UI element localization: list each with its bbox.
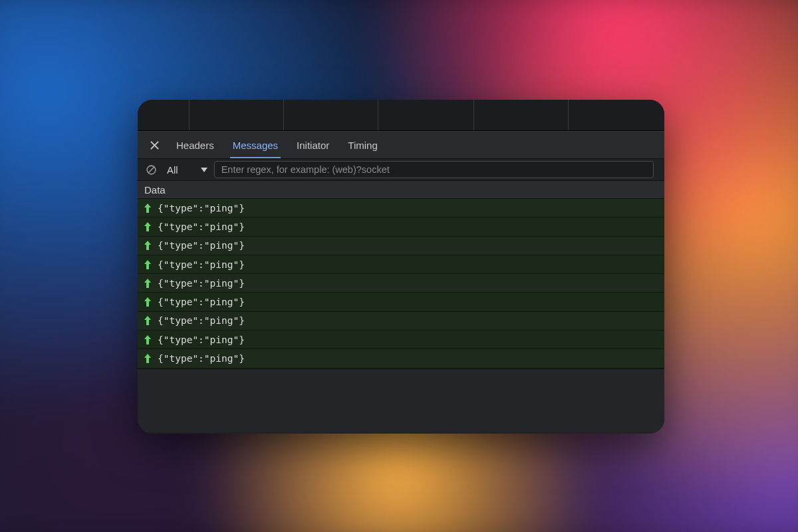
column-header-data: Data — [144, 184, 166, 196]
svg-line-3 — [148, 166, 154, 172]
column-cell[interactable] — [378, 100, 474, 130]
column-cell[interactable] — [284, 100, 378, 130]
message-row[interactable]: {"type":"ping"} — [138, 274, 664, 293]
close-icon[interactable] — [146, 136, 163, 154]
tab-label: Messages — [233, 140, 278, 151]
arrow-up-icon — [143, 354, 152, 363]
message-payload: {"type":"ping"} — [158, 315, 245, 326]
message-type-select[interactable]: All — [164, 164, 207, 176]
message-row[interactable]: {"type":"ping"} — [138, 217, 664, 236]
message-row[interactable]: {"type":"ping"} — [138, 312, 664, 331]
tab-headers[interactable]: Headers — [167, 132, 223, 158]
message-payload: {"type":"ping"} — [158, 240, 245, 251]
tab-label: Timing — [348, 140, 377, 151]
select-value: All — [167, 164, 178, 176]
message-payload: {"type":"ping"} — [158, 297, 245, 307]
messages-filter-bar: All — [138, 158, 664, 181]
message-payload: {"type":"ping"} — [158, 203, 245, 213]
message-row[interactable]: {"type":"ping"} — [138, 255, 664, 274]
detail-tabs: Headers Messages Initiator Timing — [138, 131, 664, 158]
devtools-panel: Headers Messages Initiator Timing All Da… — [138, 100, 664, 434]
message-row[interactable]: {"type":"ping"} — [138, 349, 664, 368]
regex-filter-input[interactable] — [214, 161, 654, 178]
tab-timing[interactable]: Timing — [338, 132, 386, 158]
message-payload: {"type":"ping"} — [158, 334, 245, 345]
message-payload: {"type":"ping"} — [158, 221, 245, 232]
chevron-down-icon — [201, 168, 207, 172]
messages-table-header[interactable]: Data — [138, 181, 664, 199]
arrow-up-icon — [143, 260, 152, 269]
tab-label: Initiator — [297, 140, 329, 151]
arrow-up-icon — [143, 335, 152, 344]
arrow-up-icon — [143, 279, 152, 288]
clear-icon[interactable] — [144, 163, 158, 176]
column-cell[interactable] — [138, 100, 190, 130]
column-cell[interactable] — [190, 100, 284, 130]
message-row[interactable]: {"type":"ping"} — [138, 199, 664, 217]
message-row[interactable]: {"type":"ping"} — [138, 237, 664, 255]
message-row[interactable]: {"type":"ping"} — [138, 331, 664, 349]
tab-initiator[interactable]: Initiator — [287, 132, 338, 158]
arrow-up-icon — [143, 241, 152, 250]
arrow-up-icon — [143, 203, 152, 213]
arrow-up-icon — [143, 297, 152, 307]
arrow-up-icon — [143, 316, 152, 325]
message-payload: {"type":"ping"} — [158, 353, 245, 364]
message-row[interactable]: {"type":"ping"} — [138, 293, 664, 311]
message-payload: {"type":"ping"} — [158, 278, 245, 289]
column-cell[interactable] — [569, 100, 664, 130]
messages-table-body: {"type":"ping"} {"type":"ping"} {"type":… — [138, 199, 664, 368]
tab-messages[interactable]: Messages — [223, 132, 287, 158]
column-cell[interactable] — [474, 100, 569, 130]
message-payload: {"type":"ping"} — [158, 259, 245, 270]
detail-pane-empty — [138, 368, 664, 432]
arrow-up-icon — [143, 222, 152, 231]
network-columns-header — [138, 100, 664, 131]
tab-label: Headers — [176, 140, 214, 151]
